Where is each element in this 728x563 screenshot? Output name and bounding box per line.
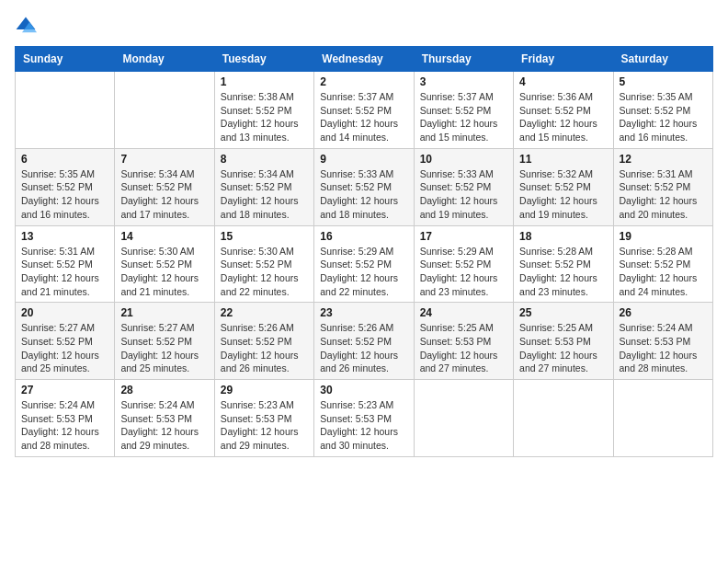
calendar-cell: 30Sunrise: 5:23 AM Sunset: 5:53 PM Dayli… <box>314 380 414 457</box>
calendar-cell: 23Sunrise: 5:26 AM Sunset: 5:52 PM Dayli… <box>314 303 414 380</box>
calendar-cell: 2Sunrise: 5:37 AM Sunset: 5:52 PM Daylig… <box>314 72 414 149</box>
calendar-cell: 16Sunrise: 5:29 AM Sunset: 5:52 PM Dayli… <box>314 225 414 303</box>
calendar-cell: 13Sunrise: 5:31 AM Sunset: 5:52 PM Dayli… <box>16 225 115 303</box>
day-info: Sunrise: 5:23 AM Sunset: 5:53 PM Dayligh… <box>320 398 407 453</box>
day-number: 15 <box>221 230 308 243</box>
day-info: Sunrise: 5:31 AM Sunset: 5:52 PM Dayligh… <box>21 245 108 299</box>
day-info: Sunrise: 5:29 AM Sunset: 5:52 PM Dayligh… <box>420 245 507 299</box>
day-info: Sunrise: 5:24 AM Sunset: 5:53 PM Dayligh… <box>21 398 108 453</box>
calendar-week-row: 20Sunrise: 5:27 AM Sunset: 5:52 PM Dayli… <box>16 303 713 380</box>
weekday-header: Sunday <box>16 47 115 72</box>
day-number: 10 <box>420 153 507 166</box>
calendar-cell: 10Sunrise: 5:33 AM Sunset: 5:52 PM Dayli… <box>414 148 513 225</box>
calendar-cell <box>514 380 613 457</box>
day-info: Sunrise: 5:37 AM Sunset: 5:52 PM Dayligh… <box>420 90 507 144</box>
calendar-week-row: 1Sunrise: 5:38 AM Sunset: 5:52 PM Daylig… <box>16 72 713 149</box>
day-number: 18 <box>519 230 607 243</box>
calendar-week-row: 27Sunrise: 5:24 AM Sunset: 5:53 PM Dayli… <box>16 380 713 457</box>
day-info: Sunrise: 5:37 AM Sunset: 5:52 PM Dayligh… <box>320 90 407 144</box>
calendar-header-row: SundayMondayTuesdayWednesdayThursdayFrid… <box>16 47 713 72</box>
day-number: 2 <box>320 75 407 88</box>
day-info: Sunrise: 5:27 AM Sunset: 5:52 PM Dayligh… <box>21 321 108 375</box>
day-number: 3 <box>420 75 507 88</box>
calendar-cell: 7Sunrise: 5:34 AM Sunset: 5:52 PM Daylig… <box>115 148 214 225</box>
calendar-cell: 25Sunrise: 5:25 AM Sunset: 5:53 PM Dayli… <box>514 303 613 380</box>
day-number: 20 <box>21 306 108 319</box>
calendar-cell: 28Sunrise: 5:24 AM Sunset: 5:53 PM Dayli… <box>115 380 214 457</box>
day-number: 30 <box>320 384 407 396</box>
day-info: Sunrise: 5:27 AM Sunset: 5:52 PM Dayligh… <box>120 321 208 375</box>
day-number: 29 <box>221 384 308 396</box>
weekday-header: Wednesday <box>314 47 414 72</box>
day-number: 28 <box>120 384 208 396</box>
day-number: 13 <box>21 230 108 243</box>
calendar-cell: 26Sunrise: 5:24 AM Sunset: 5:53 PM Dayli… <box>613 303 712 380</box>
day-info: Sunrise: 5:23 AM Sunset: 5:53 PM Dayligh… <box>221 398 308 453</box>
calendar-cell <box>16 72 115 149</box>
day-number: 12 <box>620 153 707 166</box>
day-info: Sunrise: 5:26 AM Sunset: 5:52 PM Dayligh… <box>320 321 407 375</box>
calendar-cell: 24Sunrise: 5:25 AM Sunset: 5:53 PM Dayli… <box>414 303 513 380</box>
day-info: Sunrise: 5:25 AM Sunset: 5:53 PM Dayligh… <box>519 321 607 375</box>
calendar-cell: 29Sunrise: 5:23 AM Sunset: 5:53 PM Dayli… <box>214 380 313 457</box>
calendar-cell <box>414 380 513 457</box>
day-number: 7 <box>120 153 208 166</box>
day-info: Sunrise: 5:33 AM Sunset: 5:52 PM Dayligh… <box>420 167 507 222</box>
calendar-cell: 9Sunrise: 5:33 AM Sunset: 5:52 PM Daylig… <box>314 148 414 225</box>
calendar-cell: 14Sunrise: 5:30 AM Sunset: 5:52 PM Dayli… <box>115 225 214 303</box>
day-info: Sunrise: 5:34 AM Sunset: 5:52 PM Dayligh… <box>221 167 308 222</box>
day-number: 23 <box>320 306 407 319</box>
weekday-header: Friday <box>514 47 613 72</box>
day-info: Sunrise: 5:28 AM Sunset: 5:52 PM Dayligh… <box>519 245 607 299</box>
day-info: Sunrise: 5:38 AM Sunset: 5:52 PM Dayligh… <box>221 90 308 144</box>
calendar-cell <box>613 380 712 457</box>
day-info: Sunrise: 5:28 AM Sunset: 5:52 PM Dayligh… <box>620 245 707 299</box>
day-number: 14 <box>120 230 208 243</box>
day-number: 4 <box>519 75 607 88</box>
calendar-cell: 27Sunrise: 5:24 AM Sunset: 5:53 PM Dayli… <box>16 380 115 457</box>
logo-icon <box>15 15 37 37</box>
day-info: Sunrise: 5:30 AM Sunset: 5:52 PM Dayligh… <box>221 245 308 299</box>
day-number: 27 <box>21 384 108 396</box>
day-number: 21 <box>120 306 208 319</box>
weekday-header: Thursday <box>414 47 513 72</box>
weekday-header: Tuesday <box>214 47 313 72</box>
day-info: Sunrise: 5:24 AM Sunset: 5:53 PM Dayligh… <box>620 321 707 375</box>
calendar-table: SundayMondayTuesdayWednesdayThursdayFrid… <box>15 46 713 457</box>
day-number: 17 <box>420 230 507 243</box>
day-info: Sunrise: 5:29 AM Sunset: 5:52 PM Dayligh… <box>320 245 407 299</box>
calendar-week-row: 6Sunrise: 5:35 AM Sunset: 5:52 PM Daylig… <box>16 148 713 225</box>
day-info: Sunrise: 5:32 AM Sunset: 5:52 PM Dayligh… <box>519 167 607 222</box>
calendar-cell: 19Sunrise: 5:28 AM Sunset: 5:52 PM Dayli… <box>613 225 712 303</box>
logo <box>15 15 40 37</box>
page-header <box>15 15 713 37</box>
calendar-cell: 11Sunrise: 5:32 AM Sunset: 5:52 PM Dayli… <box>514 148 613 225</box>
calendar-cell: 15Sunrise: 5:30 AM Sunset: 5:52 PM Dayli… <box>214 225 313 303</box>
day-info: Sunrise: 5:35 AM Sunset: 5:52 PM Dayligh… <box>21 167 108 222</box>
day-number: 19 <box>620 230 707 243</box>
calendar-cell: 21Sunrise: 5:27 AM Sunset: 5:52 PM Dayli… <box>115 303 214 380</box>
day-info: Sunrise: 5:36 AM Sunset: 5:52 PM Dayligh… <box>519 90 607 144</box>
day-number: 25 <box>519 306 607 319</box>
calendar-cell: 5Sunrise: 5:35 AM Sunset: 5:52 PM Daylig… <box>613 72 712 149</box>
weekday-header: Saturday <box>613 47 712 72</box>
calendar-cell: 4Sunrise: 5:36 AM Sunset: 5:52 PM Daylig… <box>514 72 613 149</box>
day-info: Sunrise: 5:35 AM Sunset: 5:52 PM Dayligh… <box>620 90 707 144</box>
calendar-cell: 22Sunrise: 5:26 AM Sunset: 5:52 PM Dayli… <box>214 303 313 380</box>
day-info: Sunrise: 5:34 AM Sunset: 5:52 PM Dayligh… <box>120 167 208 222</box>
day-info: Sunrise: 5:33 AM Sunset: 5:52 PM Dayligh… <box>320 167 407 222</box>
day-info: Sunrise: 5:30 AM Sunset: 5:52 PM Dayligh… <box>120 245 208 299</box>
day-number: 22 <box>221 306 308 319</box>
calendar-cell: 17Sunrise: 5:29 AM Sunset: 5:52 PM Dayli… <box>414 225 513 303</box>
day-number: 6 <box>21 153 108 166</box>
calendar-cell: 12Sunrise: 5:31 AM Sunset: 5:52 PM Dayli… <box>613 148 712 225</box>
day-number: 9 <box>320 153 407 166</box>
calendar-cell: 6Sunrise: 5:35 AM Sunset: 5:52 PM Daylig… <box>16 148 115 225</box>
day-number: 24 <box>420 306 507 319</box>
day-number: 11 <box>519 153 607 166</box>
day-number: 1 <box>221 75 308 88</box>
calendar-cell: 8Sunrise: 5:34 AM Sunset: 5:52 PM Daylig… <box>214 148 313 225</box>
day-number: 8 <box>221 153 308 166</box>
calendar-cell <box>115 72 214 149</box>
day-number: 5 <box>620 75 707 88</box>
